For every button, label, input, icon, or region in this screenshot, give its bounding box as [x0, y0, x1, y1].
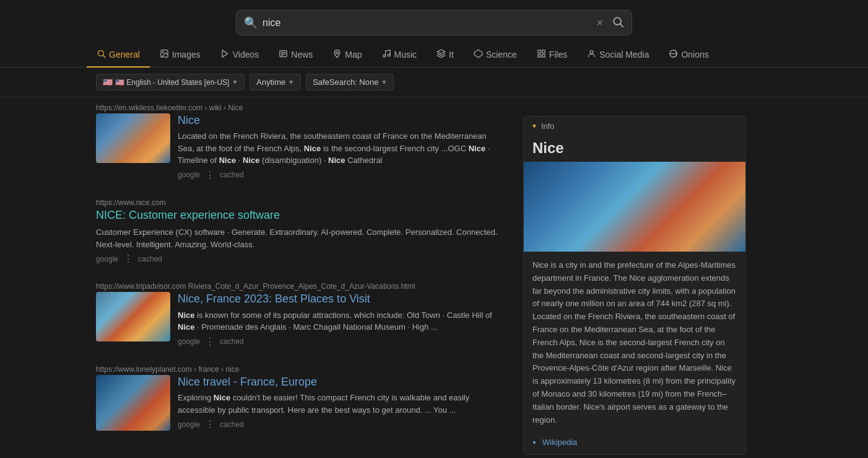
- tab-science[interactable]: Science: [464, 43, 527, 68]
- svg-point-12: [383, 55, 385, 57]
- info-section-label: Info: [541, 121, 555, 131]
- result-item: https://www.lonelyplanet.com › france › …: [96, 365, 505, 431]
- info-section-header[interactable]: ▼ Info: [524, 117, 745, 136]
- svg-marker-15: [474, 50, 482, 58]
- result-more-button[interactable]: ⋮: [205, 169, 215, 181]
- images-icon: [160, 49, 169, 60]
- safesearch-arrow-icon: ▼: [381, 79, 387, 86]
- general-icon: [97, 49, 106, 60]
- result-more-button[interactable]: ⋮: [123, 253, 133, 265]
- result-body: Nice Located on the French Riviera, the …: [96, 113, 505, 181]
- result-item: https://en.wikiless.tiekoetter.com › wik…: [96, 103, 505, 181]
- result-title[interactable]: Nice: [178, 113, 505, 128]
- tab-news[interactable]: News: [269, 43, 323, 68]
- result-body: Nice, France 2023: Best Places to Visit …: [96, 292, 505, 347]
- search-bar-wrap: 🔍 ×: [0, 10, 868, 43]
- result-snippet: Exploring Nice couldn't be easier! This …: [178, 392, 505, 416]
- tab-map[interactable]: Map: [323, 43, 371, 68]
- info-image: [524, 162, 745, 252]
- result-snippet: Nice is known for some of its popular at…: [178, 309, 505, 333]
- time-label: Anytime: [256, 77, 285, 87]
- svg-marker-14: [437, 50, 445, 53]
- info-panel: ▼ Info Nice Nice is a city in and the pr…: [523, 116, 746, 455]
- svg-marker-6: [222, 50, 228, 57]
- result-actions: google ⋮ cached: [178, 169, 505, 181]
- result-cached-link[interactable]: cached: [138, 255, 162, 263]
- svg-rect-17: [542, 50, 544, 53]
- result-title[interactable]: Nice travel - France, Europe: [178, 375, 505, 389]
- result-cached-link[interactable]: cached: [220, 170, 244, 179]
- result-cached-link[interactable]: cached: [220, 420, 244, 429]
- safesearch-filter[interactable]: SafeSearch: None ▼: [306, 74, 394, 90]
- it-icon: [436, 49, 446, 60]
- result-title[interactable]: Nice, France 2023: Best Places to Visit: [178, 292, 505, 306]
- result-item: https://www.tripadvisor.com Riviera_Cote…: [96, 282, 505, 347]
- tab-science-label: Science: [486, 50, 517, 59]
- result-url: https://www.tripadvisor.com Riviera_Cote…: [96, 282, 505, 291]
- svg-rect-16: [538, 50, 540, 53]
- result-text: Nice Located on the French Riviera, the …: [178, 113, 505, 181]
- tab-social-media[interactable]: Social Media: [577, 43, 659, 68]
- news-icon: [279, 49, 288, 60]
- result-title[interactable]: NICE: Customer experience software: [96, 208, 505, 222]
- tab-onions[interactable]: Onions: [659, 43, 718, 68]
- svg-point-20: [590, 51, 593, 54]
- language-filter[interactable]: 🇺🇸 🇺🇸 English - United States [en-US] ▼: [96, 74, 245, 90]
- svg-line-1: [620, 24, 623, 27]
- tab-images[interactable]: Images: [150, 43, 210, 68]
- result-thumbnail: [96, 375, 170, 431]
- files-icon: [537, 49, 546, 60]
- result-more-button[interactable]: ⋮: [205, 336, 215, 348]
- result-text: Nice, France 2023: Best Places to Visit …: [178, 292, 505, 347]
- tab-images-label: Images: [172, 50, 201, 59]
- tab-it[interactable]: It: [427, 43, 464, 68]
- tab-files[interactable]: Files: [527, 43, 578, 68]
- header: 🔍 × General Images Video: [0, 0, 868, 68]
- time-filter[interactable]: Anytime ▼: [250, 74, 301, 90]
- tab-videos[interactable]: Videos: [210, 43, 269, 68]
- result-more-button[interactable]: ⋮: [205, 418, 215, 430]
- result-snippet: Located on the French Riviera, the south…: [178, 130, 505, 167]
- search-input[interactable]: [263, 17, 591, 29]
- map-icon: [332, 49, 342, 60]
- search-bar: 🔍 ×: [236, 10, 632, 35]
- tab-music-label: Music: [394, 50, 417, 59]
- result-item: https://www.nice.com NICE: Customer expe…: [96, 198, 505, 265]
- svg-point-13: [388, 54, 390, 56]
- social-media-icon: [587, 49, 596, 60]
- result-actions: google ⋮ cached: [96, 253, 505, 265]
- result-url: https://www.nice.com: [96, 198, 505, 207]
- svg-line-3: [103, 55, 105, 57]
- flag-icon: 🇺🇸: [103, 77, 113, 87]
- time-arrow-icon: ▼: [288, 79, 294, 86]
- safesearch-label: SafeSearch: None: [313, 77, 378, 87]
- info-description: Nice is a city in and the prefecture of …: [524, 252, 745, 434]
- tab-onions-label: Onions: [681, 50, 708, 59]
- tab-general[interactable]: General: [87, 43, 150, 68]
- result-source: google: [178, 170, 200, 179]
- clear-icon[interactable]: ×: [596, 17, 603, 29]
- results-column: https://en.wikiless.tiekoetter.com › wik…: [96, 103, 505, 458]
- result-thumbnail: [96, 292, 170, 341]
- language-arrow-icon: ▼: [232, 79, 238, 86]
- science-icon: [474, 49, 483, 60]
- tab-music[interactable]: Music: [372, 43, 427, 68]
- tab-news-label: News: [291, 50, 313, 59]
- result-cached-link[interactable]: cached: [220, 337, 244, 346]
- info-title: Nice: [524, 136, 745, 162]
- info-link-wikipedia[interactable]: Wikipedia: [542, 438, 737, 447]
- svg-point-5: [162, 51, 163, 53]
- music-icon: [382, 49, 391, 60]
- result-thumbnail: [96, 113, 170, 163]
- tab-it-label: It: [449, 50, 454, 59]
- videos-icon: [220, 49, 230, 60]
- result-snippet: Customer Experience (CX) software · Gene…: [96, 226, 505, 250]
- tab-general-label: General: [109, 50, 140, 59]
- search-submit-button[interactable]: [608, 15, 624, 30]
- onions-icon: [669, 49, 678, 60]
- language-label: 🇺🇸 English - United States [en-US]: [115, 78, 229, 87]
- result-url: https://www.lonelyplanet.com › france › …: [96, 365, 505, 374]
- info-links: Wikipedia: [524, 434, 745, 454]
- filters-row: 🇺🇸 🇺🇸 English - United States [en-US] ▼ …: [0, 68, 868, 97]
- svg-point-11: [336, 51, 339, 54]
